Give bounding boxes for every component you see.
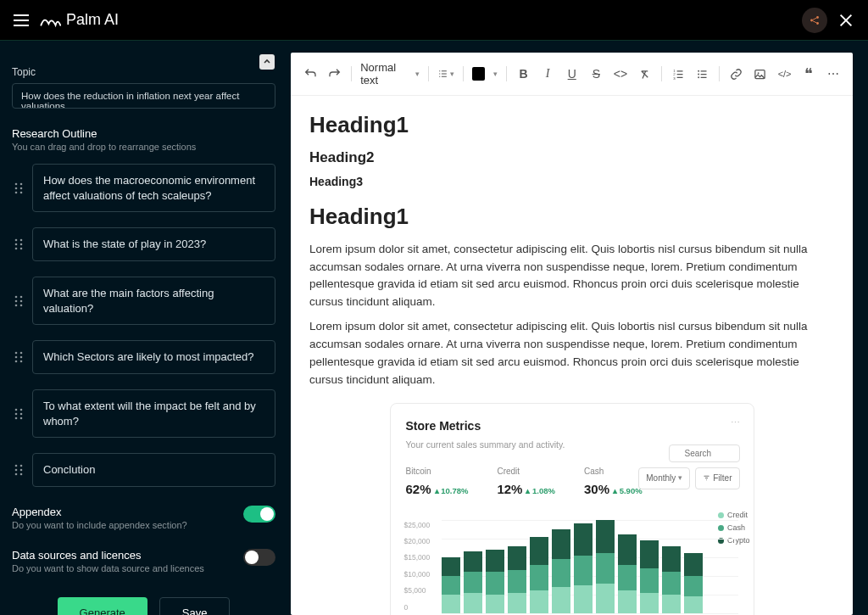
svg-point-43 [698, 73, 699, 75]
chart-title: Store Metrics [406, 417, 738, 436]
stat-value: 12%▴ 1.08% [497, 479, 555, 499]
drag-handle-icon[interactable] [12, 164, 25, 212]
text-format-select[interactable]: Normal text▾ [360, 61, 420, 87]
bar-column: Dec [684, 553, 703, 612]
more-button[interactable]: ⋯ [826, 65, 842, 82]
outline-hint: You can drag and drop to rearrange secti… [12, 142, 275, 152]
svg-point-29 [15, 412, 18, 415]
chart-more-button[interactable]: ⋯ [731, 416, 742, 430]
svg-point-26 [20, 361, 23, 363]
heading-3[interactable]: Heading3 [309, 173, 834, 192]
bar-column: Jan [442, 557, 460, 613]
topic-input[interactable] [12, 83, 275, 109]
appendix-toggle[interactable] [243, 506, 275, 523]
svg-point-24 [20, 356, 23, 359]
outline-section-input[interactable]: What are the main factors affecting valu… [32, 277, 275, 325]
bar-column: Oct [640, 540, 659, 613]
italic-button[interactable]: I [540, 65, 556, 82]
text-color-button[interactable] [472, 67, 485, 81]
chart-card: ⋯ Store Metrics Your current sales summa… [390, 403, 754, 615]
drag-handle-icon[interactable] [12, 227, 25, 261]
code-button[interactable]: <> [613, 65, 629, 82]
bar-column: Jul [574, 523, 593, 613]
svg-point-8 [20, 191, 23, 193]
editor-toolbar: Normal text▾ ▾ ▾ B I U S <> 123 </> ❝ [291, 53, 853, 96]
svg-point-14 [20, 248, 23, 250]
strike-button[interactable]: S [588, 65, 604, 82]
outline-section-input[interactable]: How does the macroeconomic environment a… [32, 164, 275, 212]
svg-point-30 [20, 412, 23, 415]
bold-button[interactable]: B [515, 65, 531, 82]
close-button[interactable] [837, 12, 854, 29]
svg-point-28 [20, 408, 23, 411]
svg-point-25 [15, 361, 18, 363]
stat-label: Bitcoin [406, 465, 469, 478]
codeblock-button[interactable]: </> [776, 65, 793, 82]
heading-2[interactable]: Heading2 [309, 147, 834, 169]
share-icon [809, 14, 821, 26]
svg-point-42 [698, 70, 699, 71]
outline-title: Research Outline [12, 127, 275, 140]
outline-section-input[interactable]: Which Sectors are likely to most impacte… [32, 340, 275, 374]
stat-value: 30%▴ 5.90% [584, 479, 643, 499]
appendix-label: Appendex [12, 506, 187, 518]
bar-column: Feb [464, 551, 482, 613]
redo-button[interactable] [327, 65, 343, 82]
undo-button[interactable] [303, 65, 319, 82]
svg-point-46 [758, 72, 760, 74]
sources-toggle[interactable] [243, 549, 275, 566]
share-button[interactable] [802, 8, 827, 33]
drag-handle-icon[interactable] [12, 340, 25, 374]
menu-button[interactable] [14, 14, 29, 26]
quote-button[interactable]: ❝ [801, 65, 817, 82]
clear-format-button[interactable] [637, 65, 653, 82]
heading-1[interactable]: Heading1 [309, 199, 834, 233]
outline-section-input[interactable]: What is the state of play in 2023? [32, 227, 275, 261]
svg-point-35 [15, 469, 18, 472]
heading-1[interactable]: Heading1 [309, 108, 834, 142]
save-button[interactable]: Save [159, 597, 231, 615]
svg-point-17 [15, 299, 18, 302]
svg-point-16 [20, 295, 23, 298]
drag-handle-icon[interactable] [12, 453, 25, 487]
svg-point-15 [15, 295, 18, 298]
list-button[interactable]: ▾ [437, 65, 454, 82]
link-button[interactable] [728, 65, 744, 82]
app-name: Palm AI [66, 11, 119, 29]
outline-section-input[interactable]: To what extent will the impact be felt a… [32, 389, 275, 438]
svg-point-12 [20, 243, 23, 246]
outline-section-input[interactable]: Conclution [32, 453, 275, 487]
palm-logo-icon [39, 13, 61, 28]
svg-point-3 [15, 182, 18, 185]
drag-handle-icon[interactable] [12, 277, 25, 325]
svg-point-18 [20, 299, 23, 302]
paragraph[interactable]: Lorem ipsum dolor sit amet, consectetur … [309, 318, 834, 389]
paragraph[interactable]: Lorem ipsum dolor sit amet, consectetur … [309, 241, 834, 312]
chart-filter-button[interactable]: Filter [695, 467, 739, 489]
image-button[interactable] [753, 65, 769, 82]
ordered-list-button[interactable]: 123 [670, 65, 687, 82]
bar-column: Jun [552, 529, 570, 613]
svg-point-20 [20, 304, 23, 306]
appendix-desc: Do you want to include appendex section? [12, 520, 187, 530]
underline-button[interactable]: U [564, 65, 580, 82]
bar-column: May [530, 537, 548, 613]
chart-period-select[interactable]: Monthly▾ [638, 467, 690, 489]
drag-handle-icon[interactable] [12, 389, 25, 438]
svg-point-31 [15, 417, 18, 419]
svg-point-34 [20, 465, 23, 467]
svg-point-27 [15, 408, 18, 411]
generate-button[interactable]: Generate [58, 597, 147, 615]
topic-label: Topic [12, 66, 275, 78]
bar-column: Mar [486, 550, 504, 613]
bar-column: Nov [662, 546, 681, 613]
stat-value: 62%▴ 10.78% [406, 479, 469, 499]
app-logo: Palm AI [39, 11, 119, 29]
svg-point-7 [15, 191, 18, 193]
svg-point-19 [15, 304, 18, 306]
chart-search-input[interactable] [669, 444, 740, 462]
svg-point-5 [15, 187, 18, 189]
bullet-list-button[interactable] [694, 65, 710, 82]
sidebar-collapse-up[interactable] [259, 54, 275, 70]
bar-column: Apr [508, 546, 526, 613]
